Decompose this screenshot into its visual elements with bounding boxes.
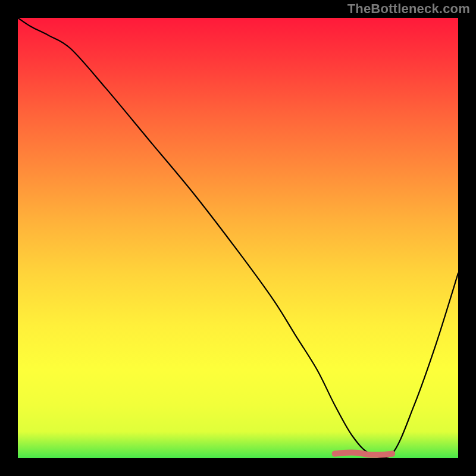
optimal-range-start-dot	[332, 451, 338, 457]
chart-frame: TheBottleneck.com	[0, 0, 476, 476]
chart-svg	[18, 18, 458, 458]
optimal-range-end-dot	[389, 451, 395, 457]
watermark-text: TheBottleneck.com	[347, 1, 470, 17]
bottleneck-curve	[18, 18, 458, 458]
optimal-range-highlight	[335, 453, 392, 455]
plot-area	[18, 18, 458, 458]
